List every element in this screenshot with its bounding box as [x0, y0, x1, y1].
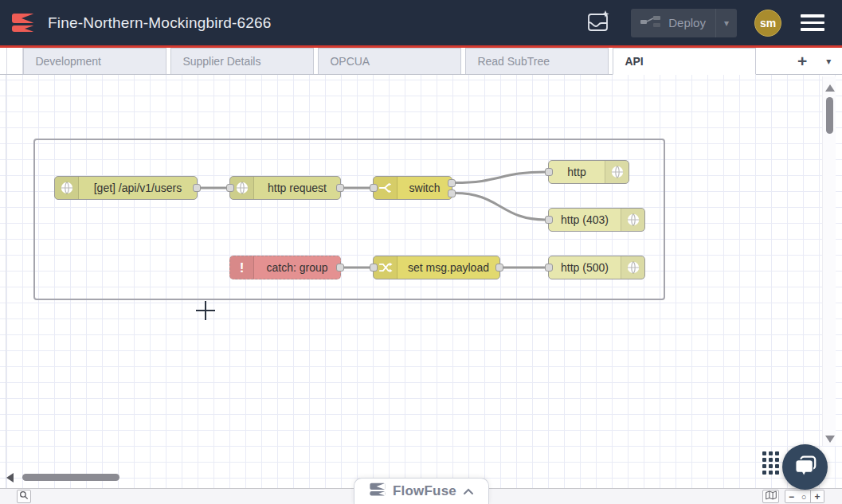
- output-port[interactable]: [495, 264, 503, 272]
- globe-icon: [621, 209, 644, 231]
- main-menu-button[interactable]: [799, 11, 826, 34]
- flow-list-caret-button[interactable]: ▾: [816, 48, 842, 74]
- input-port[interactable]: [545, 168, 553, 176]
- input-port[interactable]: [545, 264, 553, 272]
- chat-drag-handle[interactable]: [762, 451, 779, 475]
- flowfuse-brand-label: FlowFuse: [393, 483, 456, 499]
- tab-supplier-details[interactable]: Supplier Details: [170, 48, 314, 74]
- chevron-up-icon: [463, 484, 474, 498]
- tab-development[interactable]: Development: [23, 48, 166, 74]
- node-label: [get] /api/v1/users: [79, 177, 197, 199]
- output-port[interactable]: [336, 264, 344, 272]
- flowfuse-footer-badge[interactable]: FlowFuse: [354, 478, 489, 504]
- add-flow-button[interactable]: +: [789, 48, 815, 74]
- hamburger-icon: [801, 14, 824, 18]
- globe-icon: [55, 177, 79, 199]
- avatar-initials: sm: [760, 17, 776, 29]
- node-label: http (403): [549, 209, 621, 231]
- scroll-left-arrow[interactable]: [6, 473, 14, 483]
- user-avatar[interactable]: sm: [754, 10, 781, 37]
- chat-launcher-button[interactable]: [782, 444, 828, 490]
- node-label: switch: [398, 177, 452, 199]
- vertical-scroll-thumb[interactable]: [826, 97, 833, 134]
- node-http-out[interactable]: http: [548, 160, 629, 184]
- node-change[interactable]: set msg.payload: [373, 256, 500, 279]
- globe-icon: [605, 161, 629, 183]
- output-port[interactable]: [448, 179, 456, 187]
- flow-canvas[interactable]: [get] /api/v1/usershttp requestswitchhtt…: [0, 75, 842, 488]
- node-http-request[interactable]: http request: [229, 176, 341, 200]
- navigator-toggle-button[interactable]: [762, 490, 779, 503]
- exclamation-icon: !: [230, 256, 254, 279]
- node-label: http request: [254, 177, 340, 199]
- node-label: http (500): [549, 256, 621, 279]
- deploy-button[interactable]: Deploy ▾: [631, 9, 737, 37]
- node-http-in[interactable]: [get] /api/v1/users: [54, 176, 198, 200]
- scroll-up-arrow[interactable]: [825, 84, 835, 92]
- header-bar: Fine-Northern-Mockingbird-6266: [0, 0, 842, 48]
- tab-label: Development: [35, 55, 101, 68]
- flowfuse-logo-icon: [10, 10, 36, 36]
- tab-label: Read SubTree: [477, 55, 550, 68]
- zoom-out-button[interactable]: −: [785, 490, 798, 503]
- tab-label: OPCUA: [330, 55, 370, 68]
- zoom-reset-button[interactable]: ○: [797, 490, 811, 503]
- node-label: http: [549, 161, 605, 183]
- tab-read-subtree[interactable]: Read SubTree: [465, 48, 609, 74]
- workspace-tabs: DevelopmentSupplier DetailsOPCUARead Sub…: [23, 48, 760, 74]
- app-title: Fine-Northern-Mockingbird-6266: [48, 14, 272, 32]
- deploy-options-caret[interactable]: ▾: [715, 9, 737, 37]
- chevron-down-icon: ▾: [826, 56, 831, 67]
- node-catch[interactable]: !catch: group: [229, 256, 341, 279]
- output-port[interactable]: [336, 184, 344, 192]
- zoom-in-button[interactable]: +: [811, 490, 824, 503]
- node-http-out-403[interactable]: http (403): [548, 208, 645, 232]
- input-port[interactable]: [370, 264, 378, 272]
- deploy-nodes-icon: [640, 15, 661, 30]
- vertical-scrollbar[interactable]: [822, 76, 836, 446]
- tab-bar-spacer: [6, 48, 23, 74]
- input-port[interactable]: [226, 184, 234, 192]
- chevron-down-icon: ▾: [724, 18, 729, 29]
- input-port[interactable]: [370, 184, 378, 192]
- palette-edge-divider: [6, 75, 6, 488]
- horizontal-scroll-thumb[interactable]: [22, 474, 119, 481]
- chat-bubble-icon: [793, 453, 818, 482]
- map-icon: [766, 490, 777, 502]
- flowfuse-gray-logo-icon: [369, 481, 386, 502]
- node-label: set msg.payload: [398, 256, 499, 279]
- ai-assistant-button[interactable]: [585, 10, 613, 37]
- search-icon: [19, 490, 29, 502]
- crosshair-cursor: [196, 301, 215, 320]
- search-button[interactable]: [17, 490, 31, 503]
- output-port[interactable]: [448, 189, 456, 197]
- node-label: catch: group: [254, 256, 340, 279]
- node-http-out-500[interactable]: http (500): [548, 256, 645, 279]
- scroll-down-arrow[interactable]: [825, 436, 835, 443]
- tab-label: API: [625, 55, 643, 68]
- output-port[interactable]: [193, 184, 201, 192]
- input-port[interactable]: [545, 216, 553, 224]
- tab-opcua[interactable]: OPCUA: [318, 48, 461, 74]
- deploy-label: Deploy: [668, 16, 706, 29]
- workspace-tab-bar: DevelopmentSupplier DetailsOPCUARead Sub…: [0, 48, 842, 75]
- globe-icon: [621, 256, 644, 279]
- ai-flow-sparkle-icon: [586, 10, 612, 37]
- tab-label: Supplier Details: [182, 55, 260, 68]
- tab-api[interactable]: API: [613, 48, 756, 75]
- node-switch[interactable]: switch: [373, 176, 452, 200]
